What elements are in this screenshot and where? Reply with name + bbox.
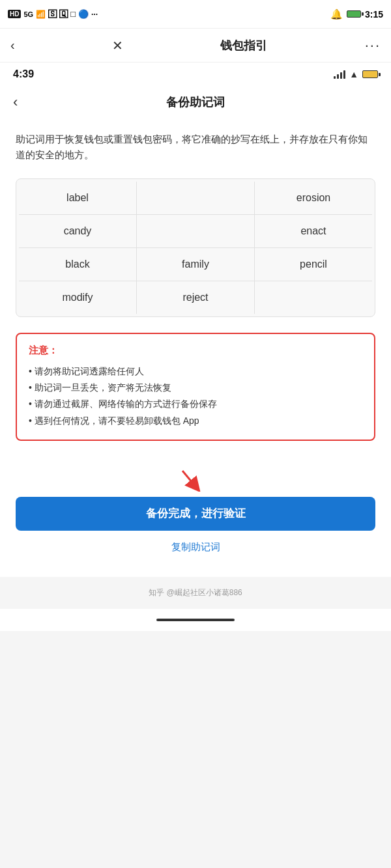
more-apps-icon: ···: [91, 10, 98, 19]
mnemonic-cell: reject: [137, 281, 255, 314]
mnemonic-cell-empty: [137, 182, 255, 214]
warning-item-4: • 遇到任何情况，请不要轻易卸载钱包 App: [29, 413, 362, 429]
inner-nav: ‹ 备份助记词: [0, 86, 391, 119]
inner-time: 4:39: [13, 68, 34, 80]
outer-time: 3:15: [365, 9, 383, 20]
outer-more-button[interactable]: ···: [365, 37, 381, 54]
description-text: 助记词用于恢复钱包或重置钱包密码，将它准确的抄写在纸上，并存放在只有你知道的安全…: [16, 132, 375, 163]
mnemonic-row: modify reject: [19, 281, 372, 314]
bottom-bar: [0, 609, 391, 631]
inner-signal-icon: [334, 70, 345, 79]
5g-icon: 5G: [23, 10, 33, 18]
mnemonic-cell: label: [19, 182, 137, 214]
weibo-icon: 🅂: [48, 9, 57, 19]
bell-icon: 🔔: [330, 8, 343, 20]
mnemonic-cell: pencil: [255, 248, 372, 281]
inner-battery-icon: [362, 70, 378, 78]
warning-item-2: • 助记词一旦丢失，资产将无法恢复: [29, 380, 362, 396]
hd-icon: HD: [8, 10, 21, 18]
inner-nav-title: 备份助记词: [166, 94, 225, 110]
outer-status-right: 🔔 3:15: [330, 8, 383, 20]
mnemonic-cell: enact: [255, 215, 372, 247]
mnemonic-row: label erosion: [19, 182, 372, 215]
red-arrow-icon: [176, 466, 215, 492]
inner-back-button[interactable]: ‹: [13, 94, 18, 111]
mnemonic-cell: modify: [19, 281, 137, 314]
mnemonic-cell: erosion: [255, 182, 372, 214]
outer-back-button[interactable]: ‹: [10, 38, 15, 53]
inner-status-icons: ▲: [334, 69, 378, 79]
outer-battery-icon: [347, 10, 361, 18]
mnemonic-cell-empty: [137, 215, 255, 247]
outer-nav-title: 钱包指引: [220, 38, 267, 53]
app-icon-1: □: [70, 9, 76, 19]
inner-wifi-icon: ▲: [349, 69, 358, 79]
mnemonic-grid: label erosion candy enact black family p…: [16, 178, 375, 317]
outer-status-left: HD 5G 📶 🅂 🅀 □ 🔵 ···: [8, 9, 98, 19]
mnemonic-cell: family: [137, 248, 255, 281]
warning-title: 注意：: [29, 344, 362, 357]
button-area: 备份完成，进行验证 复制助记词: [0, 466, 391, 577]
warning-item-1: • 请勿将助记词透露给任何人: [29, 363, 362, 380]
footer-text: 知乎 @崛起社区小诸葛886: [149, 588, 242, 597]
copy-mnemonic-link[interactable]: 复制助记词: [16, 541, 375, 553]
verify-button[interactable]: 备份完成，进行验证: [16, 497, 375, 531]
mnemonic-row: black family pencil: [19, 248, 372, 281]
mnemonic-cell: black: [19, 248, 137, 281]
footer: 知乎 @崛起社区小诸葛886: [0, 577, 391, 609]
app-icon-2: 🔵: [78, 9, 89, 19]
warning-item-3: • 请勿通过截屏、网络传输的方式进行备份保存: [29, 396, 362, 412]
mnemonic-cell-empty: [255, 281, 372, 314]
outer-status-bar: HD 5G 📶 🅂 🅀 □ 🔵 ··· 🔔 3:15: [0, 0, 391, 29]
home-indicator: [156, 619, 235, 621]
inner-status-bar: 4:39 ▲: [0, 63, 391, 86]
outer-nav: ‹ ✕ 钱包指引 ···: [0, 29, 391, 63]
content-area: 助记词用于恢复钱包或重置钱包密码，将它准确的抄写在纸上，并存放在只有你知道的安全…: [0, 119, 391, 472]
svg-line-1: [182, 471, 195, 486]
signal-icon: 📶: [36, 10, 46, 19]
inner-screen: 4:39 ▲ ‹ 备份助记词 助记词用于恢复钱包或重置钱包密码，将它准确的抄写在…: [0, 63, 391, 577]
warning-box: 注意： • 请勿将助记词透露给任何人 • 助记词一旦丢失，资产将无法恢复 • 请…: [16, 333, 375, 441]
qq-icon: 🅀: [59, 9, 68, 19]
outer-close-button[interactable]: ✕: [112, 38, 123, 53]
mnemonic-row: candy enact: [19, 215, 372, 248]
mnemonic-cell: candy: [19, 215, 137, 247]
red-arrow-container: [16, 466, 375, 492]
